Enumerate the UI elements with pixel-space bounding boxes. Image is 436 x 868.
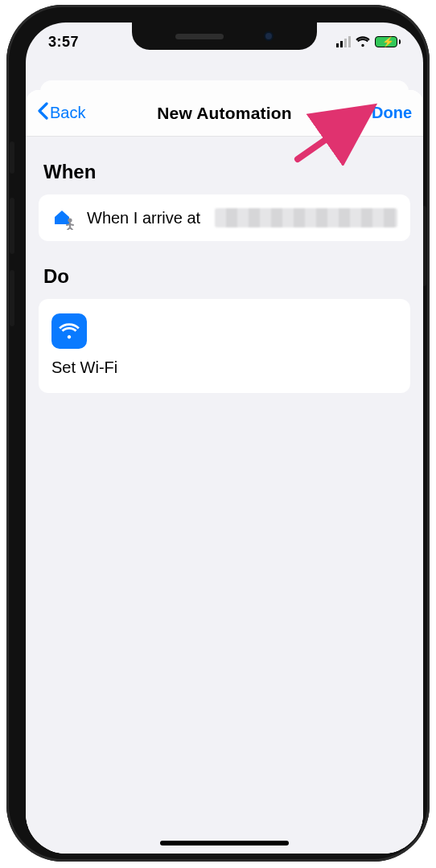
cellular-signal-icon [336, 36, 351, 47]
wifi-status-icon [356, 36, 370, 47]
notch [132, 23, 317, 50]
action-name: Set Wi-Fi [51, 358, 397, 377]
done-button[interactable]: Done [331, 104, 412, 122]
redacted-location [215, 208, 397, 227]
content-area: When When I arrive at [26, 137, 423, 854]
home-arrive-icon [51, 206, 76, 230]
wifi-app-icon [51, 313, 87, 349]
when-condition-card[interactable]: When I arrive at [39, 194, 410, 241]
do-action-card[interactable]: Set Wi-Fi [39, 299, 410, 393]
back-label: Back [50, 104, 85, 122]
volume-down-button [10, 270, 14, 326]
page-title: New Automation [117, 104, 331, 123]
svg-point-1 [68, 218, 72, 222]
done-label: Done [372, 104, 412, 121]
home-indicator[interactable] [160, 841, 289, 845]
when-section-header: When [39, 137, 410, 194]
do-section-header: Do [39, 241, 410, 299]
nav-bar: Back New Automation Done [26, 90, 423, 137]
clock: 3:57 [48, 34, 79, 51]
when-condition-text: When I arrive at [87, 209, 200, 227]
phone-frame: 3:57 ⚡ Back [6, 5, 430, 862]
front-camera [264, 31, 274, 41]
back-button[interactable]: Back [37, 102, 117, 124]
modal-sheet: Back New Automation Done When [26, 90, 423, 854]
mute-switch [10, 141, 14, 174]
battery-charging-icon: ⚡ [375, 36, 401, 47]
screen: 3:57 ⚡ Back [26, 23, 423, 854]
volume-up-button [10, 198, 14, 254]
chevron-left-icon [37, 102, 48, 124]
speaker-grille [175, 34, 224, 39]
status-indicators: ⚡ [336, 36, 401, 47]
